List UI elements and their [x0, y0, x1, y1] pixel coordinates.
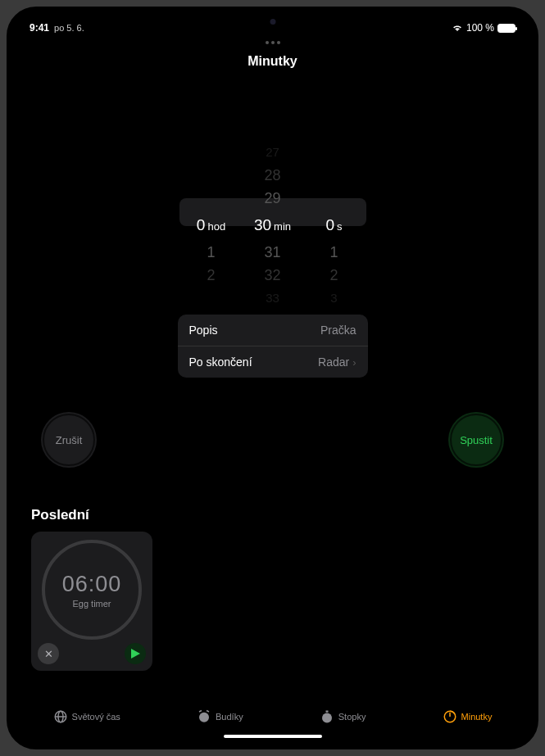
- time-picker[interactable]: 0 hod 1 2 27 28 29 30 min 31 32 33: [183, 143, 363, 282]
- recent-timer-time: 06:00: [62, 572, 122, 597]
- recent-timer-label: Egg timer: [72, 599, 111, 609]
- status-date: po 5. 6.: [54, 23, 84, 33]
- start-button[interactable]: Spustit: [448, 412, 504, 468]
- action-row: Zrušit Spustit: [15, 412, 530, 468]
- timer-label-row[interactable]: Popis Pračka: [178, 315, 368, 346]
- close-icon: ✕: [44, 648, 53, 660]
- front-camera: [270, 19, 275, 25]
- tab-timers[interactable]: Minutky: [443, 709, 493, 724]
- picker-hours-column[interactable]: 0 hod 1 2: [183, 143, 240, 282]
- svg-point-6: [322, 713, 332, 723]
- svg-rect-7: [325, 711, 328, 713]
- picker-hours-unit: hod: [207, 213, 225, 241]
- svg-point-3: [199, 713, 209, 722]
- timer-sound-caption: Po skončení: [189, 355, 252, 369]
- tab-stopwatch[interactable]: Stopky: [320, 709, 366, 724]
- timer-settings-card: Popis Pračka Po skončení Radar ›: [178, 315, 368, 378]
- recent-timer-card[interactable]: 06:00 Egg timer ✕: [31, 532, 152, 671]
- recent-timer-play-button[interactable]: [125, 643, 146, 664]
- home-indicator[interactable]: [224, 735, 322, 738]
- tab-world-clock[interactable]: Světový čas: [53, 709, 120, 724]
- recent-timer-delete-button[interactable]: ✕: [38, 643, 59, 664]
- globe-icon: [53, 709, 68, 724]
- picker-minutes-unit: min: [274, 213, 291, 241]
- picker-minutes-column[interactable]: 27 28 29 30 min 31 32 33: [244, 143, 302, 282]
- battery-icon: [497, 24, 515, 33]
- picker-minutes-value: 30: [254, 211, 271, 239]
- wifi-icon: [452, 24, 463, 32]
- svg-line-4: [199, 711, 202, 713]
- cancel-button[interactable]: Zrušit: [41, 412, 97, 468]
- picker-hours-value: 0: [197, 211, 206, 239]
- play-icon: [131, 649, 140, 659]
- ipad-frame: 9:41 po 5. 6. 100 % Minutky 0 hod: [7, 7, 538, 749]
- multitask-dots-icon[interactable]: [266, 41, 280, 44]
- timer-sound-value: Radar: [318, 355, 349, 369]
- tab-alarms[interactable]: Budíky: [197, 709, 243, 724]
- chevron-right-icon: ›: [352, 356, 356, 369]
- battery-percent: 100 %: [466, 22, 494, 34]
- picker-seconds-column[interactable]: 0 s 1 2 3: [306, 143, 363, 282]
- timer-label-caption: Popis: [189, 324, 218, 337]
- recents-header: Poslední: [15, 468, 530, 523]
- picker-seconds-value: 0: [325, 211, 334, 239]
- recent-timer-clock: 06:00 Egg timer: [42, 540, 142, 640]
- picker-seconds-unit: s: [337, 213, 343, 241]
- timer-icon: [443, 709, 457, 724]
- timer-label-value: Pračka: [320, 324, 357, 337]
- timer-sound-row[interactable]: Po skončení Radar ›: [178, 346, 368, 378]
- status-time: 9:41: [30, 22, 49, 34]
- stopwatch-icon: [320, 709, 334, 724]
- alarm-icon: [197, 709, 211, 724]
- svg-line-5: [207, 711, 209, 713]
- page-title: Minutky: [15, 54, 530, 69]
